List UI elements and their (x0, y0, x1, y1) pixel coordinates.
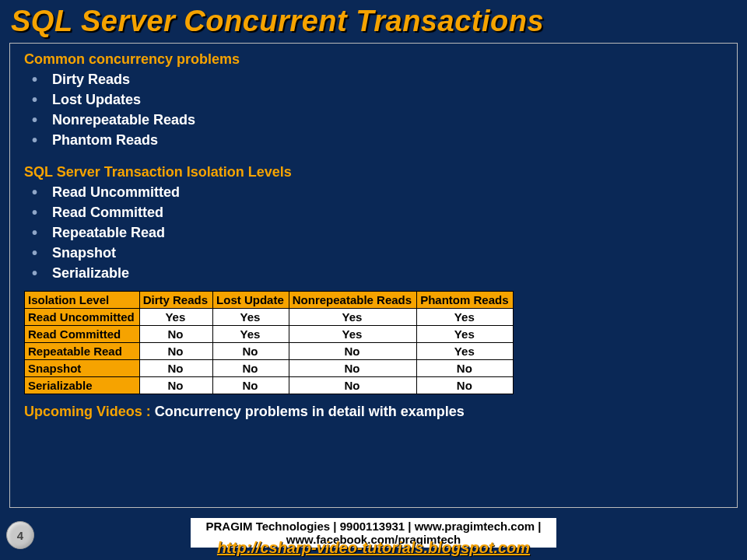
list-item: Phantom Reads (24, 130, 723, 150)
table-rowhead: Repeatable Read (25, 343, 140, 360)
list-item: Serializable (24, 263, 723, 283)
table-rowhead: Snapshot (25, 360, 140, 377)
table-rowhead: Serializable (25, 377, 140, 394)
list-item: Nonrepeatable Reads (24, 110, 723, 130)
footer-link[interactable]: http://csharp-video-tutorials.blogspot.c… (217, 539, 530, 557)
upcoming-videos: Upcoming Videos : Concurrency problems i… (24, 404, 723, 420)
footer: 4 PRAGIM Technologies | 9900113931 | www… (0, 515, 747, 560)
table-cell: No (139, 377, 212, 394)
table-header: Phantom Reads (417, 292, 514, 309)
table-cell: Yes (417, 343, 514, 360)
table-row: Repeatable Read No No No Yes (25, 343, 514, 360)
table-cell: No (417, 360, 514, 377)
section1-list: Dirty Reads Lost Updates Nonrepeatable R… (24, 69, 723, 150)
list-item: Read Uncommitted (24, 182, 723, 202)
table-cell: No (139, 326, 212, 343)
table-rowhead: Read Uncommitted (25, 309, 140, 326)
table-cell: No (417, 377, 514, 394)
table-header-row: Isolation Level Dirty Reads Lost Update … (25, 292, 514, 309)
slide-title: SQL Server Concurrent Transactions (0, 0, 747, 40)
section1-heading: Common concurrency problems (24, 51, 723, 68)
table-header: Lost Update (213, 292, 289, 309)
table-row: Read Uncommitted Yes Yes Yes Yes (25, 309, 514, 326)
list-item: Read Committed (24, 202, 723, 222)
table-cell: No (289, 377, 416, 394)
list-item: Snapshot (24, 243, 723, 263)
table-cell: No (139, 343, 212, 360)
table-cell: Yes (213, 309, 289, 326)
table-cell: Yes (289, 326, 416, 343)
table-cell: Yes (417, 326, 514, 343)
list-item: Repeatable Read (24, 222, 723, 243)
upcoming-label: Upcoming Videos : (24, 404, 155, 419)
list-item: Dirty Reads (24, 69, 723, 89)
page-number-badge: 4 (6, 521, 34, 549)
section2-list: Read Uncommitted Read Committed Repeatab… (24, 182, 723, 283)
table-cell: Yes (213, 326, 289, 343)
table-cell: No (139, 360, 212, 377)
table-cell: Yes (417, 309, 514, 326)
table-header: Isolation Level (25, 292, 140, 309)
table-rowhead: Read Committed (25, 326, 140, 343)
table-header: Dirty Reads (139, 292, 212, 309)
table-row: Serializable No No No No (25, 377, 514, 394)
isolation-table: Isolation Level Dirty Reads Lost Update … (24, 291, 514, 394)
table-cell: Yes (289, 309, 416, 326)
table-cell: No (289, 360, 416, 377)
table-cell: No (213, 343, 289, 360)
table-header: Nonrepeatable Reads (289, 292, 416, 309)
section2-heading: SQL Server Transaction Isolation Levels (24, 164, 723, 180)
table-cell: No (213, 360, 289, 377)
table-row: Read Committed No Yes Yes Yes (25, 326, 514, 343)
table-cell: No (289, 343, 416, 360)
content-box: Common concurrency problems Dirty Reads … (9, 43, 738, 508)
table-cell: Yes (139, 309, 212, 326)
list-item: Lost Updates (24, 89, 723, 110)
upcoming-text: Concurrency problems in detail with exam… (155, 404, 465, 419)
table-row: Snapshot No No No No (25, 360, 514, 377)
table-cell: No (213, 377, 289, 394)
